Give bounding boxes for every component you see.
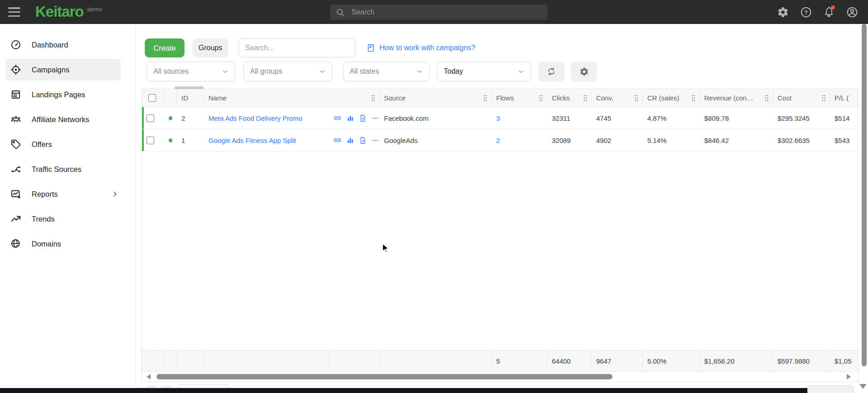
- dashboard-gauge-icon: [10, 39, 21, 50]
- filter-all-states[interactable]: All states: [343, 62, 430, 81]
- search-icon: [336, 8, 345, 17]
- filter-states-value: All states: [350, 67, 379, 76]
- scroll-left-arrow-icon[interactable]: [147, 374, 151, 379]
- sidebar-item-campaigns[interactable]: Campaigns: [5, 59, 121, 80]
- affiliate-networks-people-icon: [10, 114, 21, 125]
- sidebar-item-traffic-sources[interactable]: Traffic Sources: [5, 158, 121, 180]
- topbar-actions: ?: [777, 0, 858, 24]
- status-column-header: [164, 89, 177, 107]
- campaign-log-icon[interactable]: [359, 114, 367, 122]
- horizontal-scrollbar-thumb[interactable]: [157, 374, 612, 379]
- cell-flows: 3: [492, 114, 547, 122]
- row-checkbox[interactable]: [147, 137, 154, 144]
- refresh-button[interactable]: [538, 62, 564, 81]
- totals-pl: $1,05: [830, 350, 859, 372]
- cell-cost: $295.3245: [773, 114, 830, 122]
- more-actions-icon[interactable]: [372, 137, 379, 144]
- bottom-right-button[interactable]: [805, 385, 854, 393]
- campaign-url-link-icon[interactable]: [333, 114, 342, 122]
- totals-cell: [379, 350, 492, 372]
- how-to-link-label: How to work with campaigns?: [379, 44, 475, 52]
- drag-handle-icon[interactable]: [764, 95, 769, 102]
- hamburger-menu-icon[interactable]: [8, 7, 20, 17]
- drag-handle-icon[interactable]: [691, 95, 696, 102]
- flows-link[interactable]: 2: [496, 137, 500, 144]
- drag-handle-icon[interactable]: [371, 95, 375, 102]
- campaign-stats-icon[interactable]: [346, 137, 354, 144]
- campaigns-target-icon: [10, 64, 21, 75]
- table-settings-button[interactable]: [571, 62, 597, 81]
- row-checkbox[interactable]: [147, 114, 154, 122]
- drag-handle-icon[interactable]: [634, 95, 639, 102]
- totals-cost: $597.9880: [773, 350, 830, 372]
- campaign-stats-icon[interactable]: [346, 114, 354, 122]
- column-header-conv[interactable]: Conv.: [592, 89, 643, 107]
- campaign-link[interactable]: Google Ads Fitness App Split: [209, 137, 296, 144]
- demo-badge: demo: [87, 6, 102, 13]
- column-header-cost[interactable]: Cost: [773, 89, 830, 107]
- select-all-checkbox[interactable]: [148, 94, 156, 102]
- flows-link[interactable]: 3: [496, 114, 500, 122]
- account-icon[interactable]: [846, 6, 858, 18]
- campaigns-page: Create Groups How to work with campaigns…: [136, 24, 868, 393]
- scroll-right-arrow-icon[interactable]: [847, 374, 851, 379]
- groups-button[interactable]: Groups: [192, 38, 228, 57]
- campaign-url-link-icon[interactable]: [333, 136, 342, 144]
- sidebar: Dashboard Campaigns Landings Pages Affil…: [0, 24, 136, 393]
- sidebar-item-affiliate-networks[interactable]: Affiliate Networks: [5, 109, 121, 130]
- row-actions: [329, 136, 379, 144]
- column-header-pl[interactable]: P/L (: [830, 89, 859, 107]
- column-header-clicks[interactable]: Clicks: [547, 89, 592, 107]
- sidebar-item-domains[interactable]: Domains: [5, 233, 121, 255]
- column-label: ID: [181, 94, 188, 102]
- keitaro-app: Keitaro demo ? Dashboard: [0, 0, 868, 393]
- column-header-cr[interactable]: CR (sales): [643, 89, 700, 107]
- domains-globe-icon: [10, 238, 21, 249]
- cell-flows: 2: [492, 137, 547, 144]
- help-icon[interactable]: ?: [800, 6, 812, 18]
- drag-handle-icon[interactable]: [539, 95, 543, 102]
- campaigns-search-input[interactable]: [238, 38, 356, 57]
- sidebar-item-offers[interactable]: $ Offers: [5, 133, 121, 155]
- sidebar-item-reports[interactable]: Reports: [5, 183, 121, 205]
- notification-dot: [831, 5, 835, 9]
- filter-all-sources[interactable]: All sources: [147, 62, 235, 81]
- filter-all-groups[interactable]: All groups: [243, 62, 332, 81]
- column-header-revenue[interactable]: Revenue (con…: [700, 89, 773, 107]
- more-actions-icon[interactable]: [372, 115, 379, 122]
- column-header-name[interactable]: Name: [204, 89, 379, 107]
- scroll-down-arrow-icon[interactable]: [859, 384, 867, 389]
- drag-handle-icon[interactable]: [583, 95, 588, 102]
- gear-icon: [579, 67, 589, 76]
- how-to-link[interactable]: How to work with campaigns?: [366, 38, 475, 57]
- sidebar-label: Landings Pages: [32, 90, 85, 99]
- campaign-log-icon[interactable]: [359, 137, 367, 144]
- status-dot: [169, 116, 172, 120]
- column-header-flows[interactable]: Flows: [492, 89, 547, 107]
- drag-handle-icon[interactable]: [483, 95, 488, 102]
- settings-gear-icon[interactable]: [777, 6, 789, 18]
- column-header-id[interactable]: ID: [177, 89, 204, 107]
- column-header-source[interactable]: Source: [379, 89, 492, 107]
- global-search-input[interactable]: [351, 8, 542, 17]
- cell-source: GoogleAds: [379, 137, 492, 144]
- campaign-link[interactable]: Meta Ads Food Delivery Promo: [209, 114, 303, 122]
- table-top-scroll-indicator[interactable]: [175, 86, 204, 89]
- global-search: [330, 5, 547, 20]
- create-button[interactable]: Create: [145, 38, 185, 57]
- sidebar-label: Domains: [32, 240, 61, 248]
- cell-conv: 4745: [592, 114, 643, 122]
- sidebar-item-dashboard[interactable]: Dashboard: [5, 34, 121, 56]
- vertical-scrollbar-thumb[interactable]: [862, 24, 867, 366]
- cell-pl: $543: [830, 137, 859, 144]
- sidebar-item-landings-pages[interactable]: Landings Pages: [5, 84, 121, 105]
- sidebar-item-trends[interactable]: Trends: [5, 208, 121, 230]
- chevron-right-icon: [111, 190, 119, 198]
- notifications-bell-icon[interactable]: [823, 6, 835, 18]
- totals-flows: 5: [492, 350, 547, 372]
- filter-date-range[interactable]: Today: [437, 62, 531, 81]
- row-select-cell: [142, 114, 164, 122]
- totals-cell: [164, 350, 177, 372]
- table-row: 1 Google Ads Fitness App Split GoogleAds…: [142, 129, 858, 152]
- drag-handle-icon[interactable]: [821, 95, 826, 102]
